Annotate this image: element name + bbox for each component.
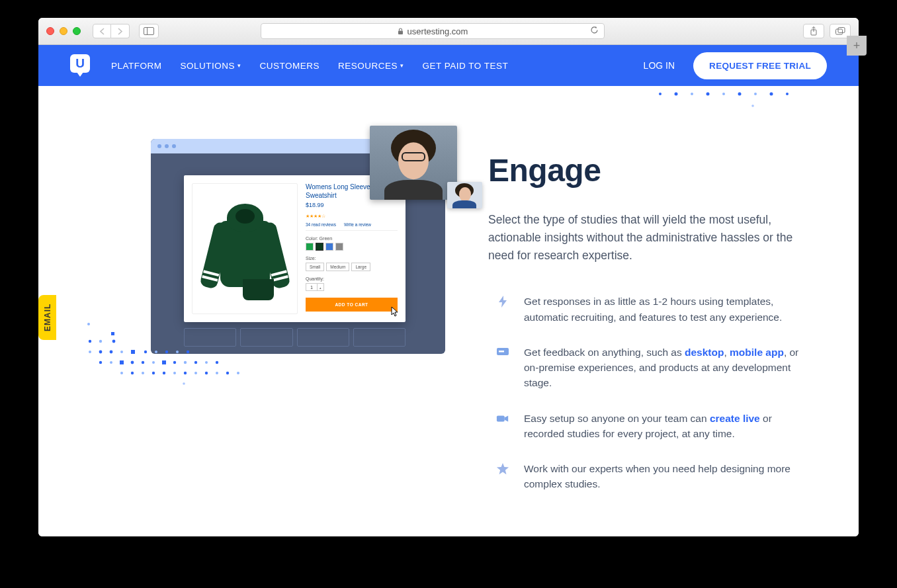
- feature-item: Easy setup so anyone on your team can cr…: [496, 411, 799, 442]
- svg-point-56: [183, 382, 185, 385]
- svg-point-16: [751, 105, 754, 107]
- svg-point-19: [89, 340, 91, 343]
- section-lead: Select the type of studies that will yie…: [488, 211, 799, 265]
- address-bar[interactable]: usertesting.com: [261, 23, 605, 39]
- svg-point-55: [237, 372, 239, 374]
- svg-point-9: [691, 93, 693, 95]
- color-label: Color: Green: [306, 236, 398, 241]
- video-camera-icon: [496, 412, 509, 425]
- create-live-link[interactable]: create live: [710, 413, 760, 424]
- feature-item: Work with our experts when you need help…: [496, 461, 799, 492]
- svg-rect-26: [131, 350, 135, 354]
- svg-point-28: [155, 351, 157, 353]
- svg-rect-2: [398, 30, 403, 34]
- chevron-down-icon: ▾: [237, 62, 241, 69]
- svg-point-43: [216, 361, 218, 364]
- login-link[interactable]: LOG IN: [644, 60, 675, 71]
- browser-toolbar: usertesting.com: [38, 18, 859, 45]
- reload-button[interactable]: [590, 26, 599, 36]
- swatch-green-light: [306, 243, 314, 251]
- svg-point-13: [754, 93, 757, 95]
- main-section: Womens Long Sleeve Hoodie Sweatshirt $18…: [38, 86, 859, 512]
- swatch-blue: [325, 243, 333, 251]
- nav-platform[interactable]: PLATFORM: [111, 61, 162, 71]
- section-heading: Engage: [488, 152, 799, 189]
- read-reviews-link: 34 read reviews: [306, 222, 336, 227]
- feature-text: Easy setup so anyone on your team can cr…: [524, 411, 799, 442]
- safari-window: usertesting.com U PLATFORM SOLUTIONS▾ CU…: [38, 18, 859, 536]
- product-price: $18.99: [306, 202, 398, 208]
- swatch-gray: [335, 243, 343, 251]
- mobile-app-link[interactable]: mobile app: [730, 347, 784, 358]
- nav-customers[interactable]: CUSTOMERS: [260, 61, 320, 71]
- svg-point-41: [194, 361, 197, 364]
- svg-rect-0: [144, 28, 154, 35]
- svg-point-51: [194, 372, 197, 374]
- feature-text: Work with our experts when you need help…: [524, 461, 799, 492]
- minimize-window-button[interactable]: [60, 27, 67, 35]
- maximize-window-button[interactable]: [73, 27, 81, 35]
- cursor-icon: [390, 306, 400, 318]
- chevron-down-icon: ▾: [400, 62, 404, 69]
- svg-point-50: [184, 372, 187, 374]
- svg-rect-5: [835, 29, 842, 34]
- request-trial-button[interactable]: REQUEST FREE TRIAL: [693, 52, 827, 79]
- svg-point-44: [120, 372, 123, 374]
- new-tab-button[interactable]: +: [847, 36, 867, 56]
- page-content: U PLATFORM SOLUTIONS▾ CUSTOMERS RESOURCE…: [38, 45, 859, 536]
- write-review-link: Write a review: [344, 222, 371, 227]
- svg-point-33: [110, 361, 112, 364]
- qty-value: 1: [306, 283, 318, 291]
- sidebar-toggle-button[interactable]: [139, 24, 159, 38]
- svg-point-45: [131, 372, 134, 374]
- svg-point-25: [120, 351, 123, 353]
- product-details: Womens Long Sleeve Hoodie Sweatshirt $18…: [298, 183, 398, 314]
- forward-button[interactable]: [111, 24, 130, 38]
- svg-point-15: [786, 93, 789, 95]
- share-button[interactable]: [803, 24, 824, 38]
- svg-rect-18: [111, 332, 114, 335]
- feature-text: Get responses in as little as 1-2 hours …: [524, 294, 799, 325]
- svg-point-48: [163, 372, 165, 374]
- video-participant-small: [447, 182, 482, 208]
- svg-point-32: [99, 361, 102, 364]
- svg-point-49: [173, 372, 176, 374]
- svg-point-42: [205, 361, 208, 364]
- window-controls: [46, 27, 81, 35]
- svg-point-29: [165, 351, 168, 353]
- illustration: Womens Long Sleeve Hoodie Sweatshirt $18…: [78, 139, 448, 456]
- nav-solutions[interactable]: SOLUTIONS▾: [181, 61, 241, 71]
- svg-point-36: [142, 361, 144, 364]
- video-participant-main: [370, 126, 457, 200]
- nav-get-paid[interactable]: GET PAID TO TEST: [423, 61, 509, 71]
- close-window-button[interactable]: [46, 27, 54, 35]
- hoodie-illustration: [207, 201, 283, 297]
- svg-point-35: [131, 361, 134, 364]
- qty-stepper-icon: ▴: [318, 283, 324, 291]
- svg-point-53: [216, 372, 218, 374]
- svg-point-31: [187, 351, 189, 353]
- feature-item: Get responses in as little as 1-2 hours …: [496, 294, 799, 325]
- size-options: Small Medium Large: [306, 263, 398, 271]
- email-tab[interactable]: EMAIL: [38, 295, 56, 340]
- svg-point-54: [226, 372, 229, 374]
- svg-point-22: [89, 351, 91, 353]
- svg-rect-34: [120, 360, 124, 364]
- svg-point-52: [205, 372, 208, 374]
- back-button[interactable]: [93, 24, 111, 38]
- logo[interactable]: U: [70, 54, 93, 77]
- add-to-cart-button: ADD TO CART: [306, 298, 398, 312]
- site-header: U PLATFORM SOLUTIONS▾ CUSTOMERS RESOURCE…: [38, 45, 859, 86]
- svg-point-46: [142, 372, 144, 374]
- svg-point-23: [99, 351, 103, 354]
- star-rating-icon: ★★★★☆: [306, 214, 398, 219]
- size-large: Large: [351, 263, 370, 271]
- size-small: Small: [306, 263, 324, 271]
- desktop-link[interactable]: desktop: [685, 347, 724, 358]
- decorative-dots-top: [654, 86, 826, 132]
- logo-letter: U: [75, 56, 85, 71]
- text-column: Engage Select the type of studies that w…: [488, 139, 799, 512]
- nav-arrows: [93, 24, 130, 38]
- svg-point-39: [173, 361, 176, 364]
- nav-resources[interactable]: RESOURCES▾: [338, 61, 404, 71]
